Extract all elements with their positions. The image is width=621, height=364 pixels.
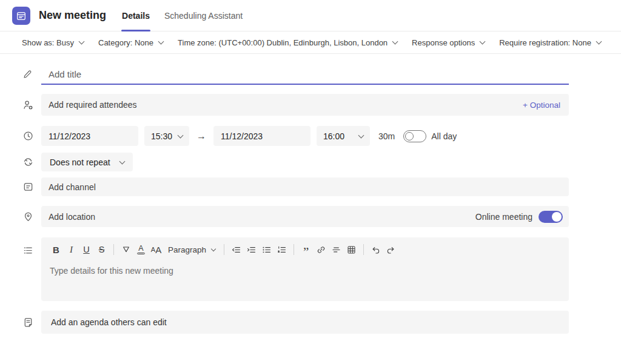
chevron-down-icon [178,132,184,138]
table-icon[interactable] [344,242,359,257]
meeting-options-toolbar: Show as: Busy Category: None Time zone: … [0,31,621,54]
chevron-down-icon [480,39,486,45]
chevron-down-icon [119,158,125,164]
end-time-select[interactable]: 16:00 [317,126,370,146]
tab-bar: Details Scheduling Assistant [115,0,250,31]
chevron-down-icon [79,39,85,45]
location-pin-icon [22,211,34,222]
chevron-down-icon [392,39,398,45]
link-icon[interactable] [314,242,329,257]
channel-input[interactable] [41,177,569,196]
tab-details[interactable]: Details [115,0,157,31]
pencil-icon [22,69,34,80]
details-placeholder: Type details for this new meeting [49,266,562,276]
add-optional-attendees-link[interactable]: + Optional [523,101,569,110]
start-date-input[interactable] [41,126,138,146]
show-as-dropdown[interactable]: Show as: Busy [22,38,84,47]
underline-button[interactable]: U [79,242,94,257]
arrow-right-icon: → [196,131,206,142]
details-list-icon [22,245,34,256]
notepad-icon [22,317,34,328]
toolbar-divider [224,244,224,255]
horizontal-rule-icon[interactable] [329,242,344,257]
numbered-list-icon[interactable] [274,242,289,257]
clock-icon [22,130,34,142]
repeat-row: Does not repeat [22,153,569,171]
color-bar [137,253,145,254]
all-day-toggle[interactable] [403,130,426,142]
title-row [22,64,569,85]
toggle-knob [552,212,562,222]
meeting-title-input[interactable] [41,64,569,85]
attendees-row: + Optional [22,94,569,116]
location-input[interactable] [41,206,475,227]
toggle-knob [405,132,414,141]
agenda-row [22,311,569,334]
toolbar-divider [363,244,364,255]
chevron-down-icon [158,39,164,45]
details-row: B I U S A AA [22,237,569,301]
online-meeting-toggle[interactable] [539,211,563,223]
font-color-button[interactable]: A [133,242,149,257]
redo-icon[interactable] [383,242,398,257]
person-add-icon [22,99,34,111]
location-field: Online meeting [41,206,569,227]
calendar-app-icon [12,7,30,25]
paragraph-style-dropdown[interactable]: Paragraph [164,245,220,254]
repeat-select[interactable]: Does not repeat [41,153,133,171]
category-dropdown[interactable]: Category: None [98,38,163,47]
chevron-down-icon [596,39,602,45]
all-day-label: All day [431,131,457,141]
bold-button[interactable]: B [49,242,64,257]
details-editor[interactable]: B I U S A AA [41,237,569,301]
undo-icon[interactable] [368,242,383,257]
start-time-select[interactable]: 15:30 [144,126,189,146]
channel-row [22,177,569,196]
font-size-button[interactable]: AA [149,242,164,257]
highlight-icon[interactable] [118,242,133,257]
toolbar-divider [294,244,294,255]
quote-button[interactable]: ” [298,242,314,257]
end-date-input[interactable] [213,126,310,146]
tab-scheduling-assistant[interactable]: Scheduling Assistant [157,0,250,31]
bullet-list-icon[interactable] [259,242,274,257]
timezone-dropdown[interactable]: Time zone: (UTC+00:00) Dublin, Edinburgh… [178,38,397,47]
chevron-down-icon [211,246,216,251]
location-row: Online meeting [22,206,569,227]
channel-icon [22,181,34,193]
duration-label: 30m [378,131,395,141]
editor-toolbar: B I U S A AA [49,242,562,257]
datetime-row: 15:30 → 16:00 30m All day [22,126,569,146]
required-attendees-input[interactable] [41,94,523,116]
page-title: New meeting [39,9,106,22]
outdent-icon[interactable] [229,242,244,257]
response-options-dropdown[interactable]: Response options [412,38,485,47]
attendees-field: + Optional [41,94,569,116]
italic-button[interactable]: I [64,242,79,257]
indent-icon[interactable] [244,242,259,257]
agenda-input[interactable] [41,311,569,334]
strikethrough-button[interactable]: S [94,242,109,257]
require-registration-dropdown[interactable]: Require registration: None [499,38,601,47]
chevron-down-icon [358,132,364,138]
repeat-icon [22,156,34,168]
toolbar-divider [113,244,114,255]
header: New meeting Details Scheduling Assistant [0,0,621,31]
online-meeting-label: Online meeting [475,212,532,222]
meeting-form: + Optional 15:30 → 16:00 30m All day [0,54,621,334]
